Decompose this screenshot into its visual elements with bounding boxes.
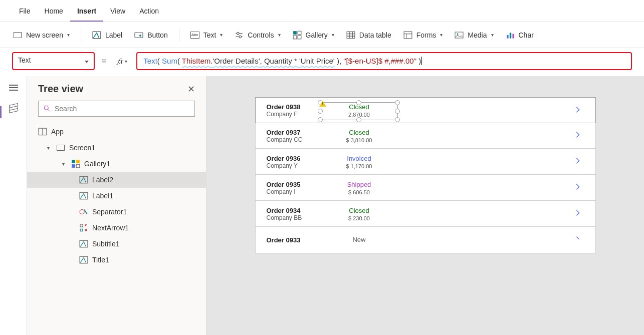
- menu-insert[interactable]: Insert: [70, 3, 103, 22]
- gallery-row[interactable]: Order 0934Company BB Closed$ 230.00: [256, 201, 595, 227]
- order-id: Order 0936: [267, 155, 322, 162]
- tree-node-subtitle[interactable]: Subtitle1: [27, 236, 206, 252]
- property-selector[interactable]: Text: [12, 52, 95, 70]
- expand-icon[interactable]: ▾: [47, 145, 52, 151]
- gallery-icon: [293, 32, 302, 39]
- label-icon: [79, 176, 88, 183]
- hamburger-icon[interactable]: [9, 83, 18, 92]
- icons-icon: [79, 224, 88, 231]
- tree-label: Title1: [92, 256, 109, 264]
- design-canvas[interactable]: Order 0938 Company F Closed 2,870.00 O: [206, 76, 644, 335]
- tree-node-app[interactable]: App: [27, 124, 206, 140]
- new-screen-label: New screen: [26, 31, 63, 39]
- screen-icon: [13, 32, 22, 39]
- tree-view-icon[interactable]: [9, 103, 18, 112]
- tree-node-nextarrow[interactable]: NextArrow1: [27, 220, 206, 236]
- tree-node-title[interactable]: Title1: [27, 252, 206, 268]
- svg-rect-20: [72, 164, 75, 168]
- resize-handle[interactable]: [318, 117, 323, 122]
- svg-point-16: [44, 106, 48, 110]
- token-thisitem: ThisItem: [182, 57, 211, 65]
- order-company: Company I: [267, 188, 322, 195]
- order-price: $ 606.50: [322, 189, 397, 195]
- chart-button[interactable]: Char: [501, 28, 539, 42]
- order-status: Closed: [322, 207, 397, 214]
- controls-dropdown[interactable]: Controls ▾: [230, 28, 285, 42]
- tree-node-gallery[interactable]: ▾ Gallery1: [27, 156, 206, 172]
- tree-label: NextArrow1: [92, 224, 129, 232]
- gallery-row[interactable]: Order 0933 New: [256, 227, 595, 253]
- close-icon[interactable]: ✕: [187, 84, 195, 95]
- gallery-dropdown[interactable]: Gallery ▾: [288, 28, 339, 42]
- resize-handle[interactable]: [395, 117, 400, 122]
- token-format: "[$-en-US]$ #,###.00": [343, 57, 416, 65]
- button-button[interactable]: Button: [129, 28, 172, 42]
- svg-point-3: [237, 32, 240, 35]
- gallery-row[interactable]: Order 0935Company I Shipped$ 606.50: [256, 175, 595, 201]
- text-label: Text: [203, 31, 217, 39]
- svg-rect-8: [298, 36, 301, 39]
- forms-dropdown[interactable]: Forms ▾: [398, 28, 448, 42]
- chevron-down-icon: ▾: [67, 32, 70, 38]
- tree-node-label1[interactable]: Label1: [27, 188, 206, 204]
- selection-box[interactable]: [320, 102, 398, 120]
- active-indicator: [0, 106, 2, 118]
- tree-node-screen[interactable]: ▾ Screen1: [27, 140, 206, 156]
- text-dropdown[interactable]: Abc Text ▾: [185, 28, 228, 42]
- resize-handle[interactable]: [395, 109, 400, 114]
- new-screen-button[interactable]: New screen ▾: [8, 28, 75, 42]
- tree-node-separator[interactable]: Separator1: [27, 204, 206, 220]
- menu-view[interactable]: View: [103, 3, 132, 22]
- order-id: Order 0937: [267, 129, 322, 136]
- tree-search[interactable]: [38, 101, 195, 117]
- svg-point-12: [457, 33, 459, 35]
- tree-title: Tree view: [38, 83, 83, 95]
- resize-handle[interactable]: [395, 100, 400, 105]
- resize-handle[interactable]: [356, 100, 361, 105]
- next-arrow[interactable]: [574, 131, 581, 140]
- expand-icon[interactable]: ▾: [62, 161, 67, 167]
- media-icon: [455, 32, 464, 39]
- gallery-preview[interactable]: Order 0938 Company F Closed 2,870.00 O: [255, 97, 596, 253]
- media-dropdown[interactable]: Media ▾: [450, 28, 498, 42]
- resize-handle[interactable]: [318, 109, 323, 114]
- resize-handle[interactable]: [356, 117, 361, 122]
- order-price: $ 3,810.00: [322, 137, 397, 143]
- next-arrow[interactable]: [574, 209, 581, 218]
- label-icon: [79, 240, 88, 247]
- svg-rect-1: [135, 33, 143, 38]
- order-status: Invoiced: [322, 155, 397, 162]
- next-arrow[interactable]: [574, 183, 581, 192]
- gallery-row[interactable]: Order 0938 Company F Closed 2,870.00: [255, 97, 596, 123]
- menu-home[interactable]: Home: [38, 3, 70, 22]
- tree-label: App: [51, 128, 64, 136]
- svg-rect-7: [293, 36, 297, 39]
- formula-input[interactable]: Text( Sum( ThisItem.'Order Details', Qua…: [136, 52, 632, 70]
- fx-button[interactable]: 𝑓𝑥▾: [113, 54, 131, 69]
- formula-bar: Text = 𝑓𝑥▾ Text( Sum( ThisItem.'Order De…: [0, 48, 644, 76]
- menu-file[interactable]: File: [12, 3, 38, 22]
- menu-action[interactable]: Action: [132, 3, 166, 22]
- toolbar-separator: [81, 28, 81, 42]
- tree-label: Label1: [92, 192, 113, 200]
- svg-point-25: [80, 224, 83, 227]
- next-arrow[interactable]: [574, 236, 581, 245]
- next-arrow[interactable]: [574, 106, 581, 115]
- label-text: Label: [105, 31, 122, 39]
- label-button[interactable]: Label: [87, 28, 127, 42]
- forms-icon: [403, 32, 412, 39]
- gallery-row[interactable]: Order 0936Company Y Invoiced$ 1,170.00: [256, 149, 595, 175]
- tree-node-label2[interactable]: Label2: [27, 172, 206, 188]
- warning-icon[interactable]: [319, 101, 326, 107]
- button-text: Button: [147, 31, 167, 39]
- gallery-row[interactable]: Order 0937Company CC Closed$ 3,810.00: [256, 123, 595, 149]
- order-company: Company Y: [267, 162, 322, 169]
- next-arrow[interactable]: [574, 157, 581, 166]
- search-input[interactable]: [55, 105, 189, 113]
- label-icon: [92, 32, 101, 39]
- label-icon: [79, 256, 88, 263]
- main-area: Tree view ✕ App ▾ Screen1 ▾ Gallery1: [0, 76, 644, 335]
- datatable-button[interactable]: Data table: [341, 28, 396, 42]
- svg-rect-13: [507, 35, 508, 39]
- gallery-icon: [71, 160, 80, 167]
